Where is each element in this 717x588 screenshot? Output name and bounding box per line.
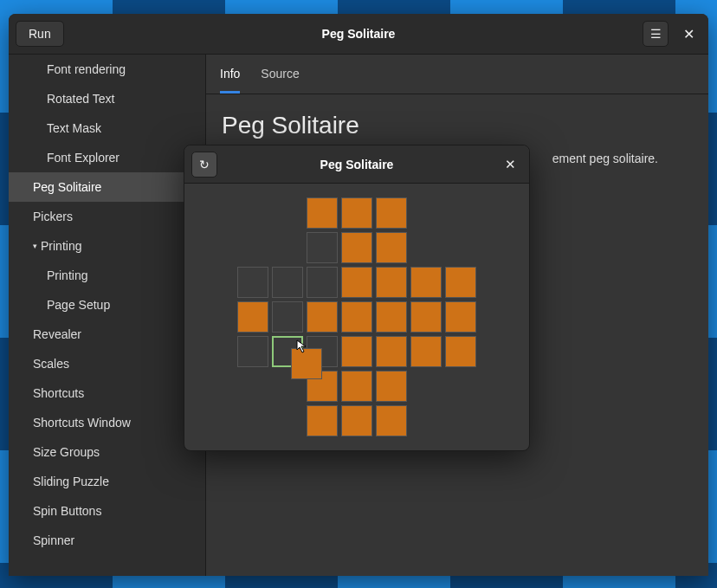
empty-cell[interactable] — [307, 336, 338, 367]
sidebar-item-label: Scales — [33, 357, 69, 371]
sidebar-item[interactable]: Size Groups — [9, 437, 205, 467]
sidebar-item[interactable]: Shortcuts — [9, 378, 205, 408]
sidebar-item-label: Rotated Text — [47, 92, 114, 106]
peg-cell[interactable] — [307, 371, 338, 402]
sidebar-item[interactable]: Spin Buttons — [9, 496, 205, 526]
sidebar-item[interactable]: Spinner — [9, 526, 205, 555]
peg-cell[interactable] — [307, 197, 338, 229]
sidebar-item[interactable]: Pickers — [9, 202, 205, 231]
peg-cell[interactable] — [341, 405, 372, 436]
peg-cell[interactable] — [376, 336, 407, 367]
peg-cell[interactable] — [237, 301, 268, 333]
peg-cell[interactable] — [410, 267, 442, 298]
game-window-title: Peg Solitaire — [184, 158, 529, 171]
game-board-area — [184, 184, 529, 450]
sidebar-item-label: Peg Solitaire — [33, 180, 101, 194]
empty-cell[interactable] — [307, 267, 338, 298]
peg-cell[interactable] — [376, 301, 407, 333]
peg-cell[interactable] — [410, 301, 442, 333]
peg-cell[interactable] — [410, 336, 442, 367]
game-header-bar: ↻ Peg Solitaire ✕ — [184, 145, 529, 184]
sidebar-item[interactable]: Rotated Text — [9, 84, 205, 113]
empty-cell[interactable] — [237, 336, 268, 367]
peg-cell[interactable] — [341, 267, 372, 298]
refresh-icon: ↻ — [199, 158, 210, 171]
sidebar-item[interactable]: Font rendering — [9, 55, 205, 84]
peg-cell[interactable] — [307, 405, 338, 436]
empty-cell[interactable] — [307, 232, 338, 263]
tab-info[interactable]: Info — [220, 55, 240, 94]
sidebar-item[interactable]: Font Explorer — [9, 143, 205, 172]
peg-cell[interactable] — [341, 232, 372, 263]
close-button[interactable]: ✕ — [675, 21, 701, 47]
sidebar-item[interactable]: Peg Solitaire — [9, 172, 205, 202]
sidebar-item-label: Revealer — [33, 327, 81, 341]
sidebar-item-label: Spinner — [33, 533, 74, 547]
sidebar-item-label: Font rendering — [47, 62, 126, 76]
peg-cell[interactable] — [376, 371, 407, 402]
empty-cell[interactable] — [272, 301, 303, 333]
sidebar-item[interactable]: Text Mask — [9, 113, 205, 143]
sidebar-item-label: Shortcuts — [33, 386, 84, 400]
sidebar-item[interactable]: Printing — [9, 261, 205, 290]
sidebar[interactable]: Font renderingRotated TextText MaskFont … — [9, 55, 206, 576]
header-bar: Run Peg Solitaire ☰ ✕ — [9, 14, 708, 55]
peg-cell[interactable] — [376, 232, 407, 263]
restart-button[interactable]: ↻ — [191, 152, 217, 178]
peg-cell[interactable] — [445, 267, 476, 298]
sidebar-item[interactable]: Page Setup — [9, 290, 205, 320]
page-title: Peg Solitaire — [222, 112, 693, 139]
sidebar-item-label: Text Mask — [47, 121, 101, 135]
peg-cell[interactable] — [376, 197, 407, 229]
run-button[interactable]: Run — [16, 21, 64, 47]
empty-cell[interactable] — [272, 267, 303, 298]
peg-cell[interactable] — [341, 197, 372, 229]
sidebar-item-label: Sliding Puzzle — [33, 475, 109, 488]
tab-source[interactable]: Source — [261, 55, 299, 94]
game-close-button[interactable]: ✕ — [498, 152, 522, 177]
sidebar-item-label: Printing — [47, 268, 87, 282]
empty-cell[interactable] — [237, 267, 268, 298]
peg-cell[interactable] — [341, 371, 372, 402]
close-icon: ✕ — [505, 157, 516, 171]
sidebar-item[interactable]: ▾Printing — [9, 231, 205, 261]
peg-cell[interactable] — [445, 336, 476, 367]
sidebar-item[interactable]: Sliding Puzzle — [9, 467, 205, 496]
sidebar-item-label: Shortcuts Window — [33, 416, 131, 430]
close-icon: ✕ — [683, 26, 694, 42]
sidebar-item-label: Pickers — [33, 210, 73, 223]
hamburger-menu-button[interactable]: ☰ — [643, 21, 669, 47]
hamburger-icon: ☰ — [650, 27, 662, 41]
peg-board[interactable] — [237, 197, 476, 436]
sidebar-item[interactable]: Shortcuts Window — [9, 408, 205, 437]
peg-cell[interactable] — [341, 336, 372, 367]
peg-cell[interactable] — [376, 267, 407, 298]
empty-cell[interactable] — [272, 336, 303, 367]
tab-bar: Info Source — [206, 55, 708, 94]
sidebar-item-label: Page Setup — [47, 298, 110, 312]
sidebar-item-label: Printing — [41, 239, 81, 253]
chevron-down-icon: ▾ — [33, 242, 37, 250]
sidebar-item-label: Spin Buttons — [33, 504, 101, 518]
sidebar-item-label: Size Groups — [33, 445, 100, 459]
window-title: Peg Solitaire — [9, 27, 708, 41]
game-window: ↻ Peg Solitaire ✕ — [184, 145, 530, 451]
peg-cell[interactable] — [341, 301, 372, 333]
sidebar-item[interactable]: Revealer — [9, 320, 205, 349]
sidebar-item[interactable]: Scales — [9, 349, 205, 378]
peg-cell[interactable] — [445, 301, 476, 333]
sidebar-item-label: Font Explorer — [47, 151, 120, 165]
peg-cell[interactable] — [376, 405, 407, 436]
peg-cell[interactable] — [307, 301, 338, 333]
